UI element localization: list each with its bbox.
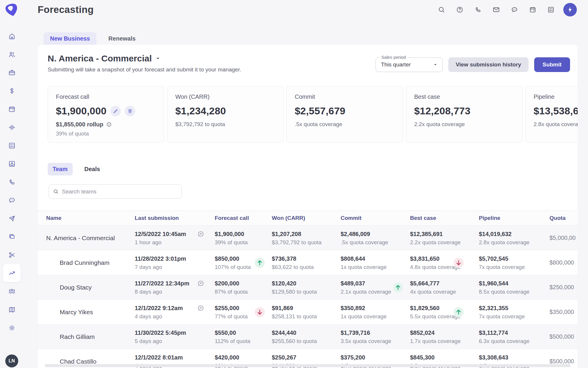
sales-period-value: This quarter: [381, 61, 411, 68]
column-header-last-submission: Last submission: [135, 215, 215, 221]
metric-value: $1,900,000: [56, 105, 106, 117]
team-selector[interactable]: N. America - Commercial: [48, 53, 161, 63]
sidebar-item-forecasting[interactable]: [3, 264, 21, 282]
tab-renewals[interactable]: Renewals: [102, 32, 142, 45]
email-button[interactable]: [490, 4, 502, 16]
sidebar-item-sequences[interactable]: [3, 209, 21, 228]
cell-pipeline: $1,960,5448.5x quota coverage: [479, 275, 549, 300]
sidebar-item-home[interactable]: [3, 27, 21, 45]
chat-button[interactable]: [509, 4, 520, 16]
submit-button[interactable]: Submit: [534, 57, 570, 72]
sidebar-item-messages[interactable]: [3, 191, 21, 209]
metric-card-forecast-call: Forecast call$1,900,000$1,855,000 rollup…: [48, 86, 164, 143]
phone-icon: [474, 6, 482, 14]
group-icon: [8, 287, 16, 295]
sidebar-item-opportunities[interactable]: [3, 63, 21, 82]
tab-new-business[interactable]: New Business: [44, 32, 96, 45]
user-avatar[interactable]: LN: [5, 354, 18, 367]
metric-card-won-carr: Won (CARR)$1,234,280$3,792,792 to quota: [167, 86, 284, 143]
cell-last-submission: 11/27/2022 12:34pm8 days ago: [135, 275, 215, 300]
sidebar-item-snippets[interactable]: [3, 246, 21, 264]
chat-icon: [8, 196, 16, 204]
mail-icon: [492, 6, 500, 14]
team-selector-label: N. America - Commercial: [48, 53, 152, 63]
cell-won: $736,378$63,622 to quota: [272, 250, 341, 275]
table-row-doug-stacy[interactable]: Doug Stacy11/27/2022 12:34pm8 days ago$2…: [38, 275, 578, 300]
edit-forecast-button[interactable]: [110, 106, 121, 116]
column-header-quota: Quota: [549, 215, 578, 221]
metric-label: Pipeline: [534, 93, 578, 100]
briefcase-icon: [8, 69, 16, 77]
upload-icon: [8, 160, 16, 168]
calendar-button[interactable]: [527, 4, 539, 16]
sidebar-item-templates[interactable]: [3, 228, 21, 246]
cell-quota: $800,000: [549, 250, 578, 275]
search-icon: [53, 188, 59, 195]
horizontal-scrollbar[interactable]: [45, 364, 571, 367]
calendar-icon: [529, 6, 537, 14]
quick-action-button[interactable]: [563, 3, 577, 16]
sidebar-item-outbox[interactable]: [3, 155, 21, 173]
cell-won: $244,440$255,560 to quota: [272, 324, 341, 349]
cell-best: $852,0241.7x quota coverage: [410, 324, 479, 349]
metric-value: $2,557,679: [295, 105, 345, 117]
phone-button[interactable]: [472, 4, 484, 16]
view-tab-team[interactable]: Team: [48, 163, 73, 175]
forecast-panel: N. America - Commercial Submitting will …: [38, 45, 578, 368]
sidebar-item-calls[interactable]: [3, 173, 21, 191]
sidebar-item-meetings[interactable]: [3, 100, 21, 118]
metric-subtext: 2.2x quota coverage: [414, 121, 514, 128]
tasks-button[interactable]: [545, 4, 557, 16]
sidebar-item-tasks[interactable]: [3, 136, 21, 155]
table-row-marcy-yikes[interactable]: Marcy Yikes12/1/2022 9:12am4 days ago$25…: [38, 300, 578, 324]
table-row-n-america-commercial[interactable]: N. America - Commercial12/5/2022 10:45am…: [38, 226, 578, 250]
app-logo-icon[interactable]: [4, 2, 19, 18]
cell-last-submission: 12/5/2022 10:45am1 hour ago: [135, 226, 215, 250]
cell-commit: $2,486,009.5x quota coverage: [341, 226, 410, 250]
sales-period-label: Sales period: [379, 55, 407, 60]
trend-up-icon: [393, 282, 403, 292]
sidebar-nav: [3, 27, 21, 337]
column-header-forecast-call: Forecast call: [215, 215, 272, 221]
search-button[interactable]: [436, 4, 447, 16]
help-button[interactable]: [454, 4, 466, 16]
metric-label: Won (CARR): [175, 93, 276, 100]
note-icon[interactable]: [197, 280, 205, 287]
cell-commit: $1,739,7163.5x quota coverage: [341, 324, 410, 349]
view-submission-history-button[interactable]: View submission history: [448, 57, 528, 72]
tasks-icon: [8, 142, 16, 150]
trend-up-icon: [454, 307, 464, 317]
sidebar-item-contacts[interactable]: [3, 45, 21, 63]
calendar-icon: [8, 105, 16, 113]
cell-name: N. America - Commercial: [46, 226, 135, 250]
tasks-icon: [547, 6, 555, 14]
cell-forecast: $200,00087% of quota: [215, 275, 272, 300]
page-title: Forecasting: [38, 4, 94, 15]
search-input[interactable]: [62, 188, 177, 195]
sales-period-select[interactable]: Sales period This quarter: [376, 57, 443, 72]
sidebar-item-settings[interactable]: [3, 319, 21, 337]
scissors-icon: [8, 251, 16, 259]
cell-forecast: $550,00112% of quota: [215, 324, 272, 349]
note-icon[interactable]: [197, 304, 205, 312]
cell-name: Brad Cunningham: [46, 250, 135, 275]
trash-icon: [127, 108, 133, 114]
waveform-icon: [8, 123, 16, 131]
info-icon[interactable]: [106, 121, 112, 128]
delete-forecast-button[interactable]: [125, 106, 135, 116]
table-row-rach-gilliam[interactable]: Rach Gilliam11/30/2022 5:45pm5 days ago$…: [38, 324, 578, 349]
lightning-icon: [567, 6, 574, 13]
cell-quota: $350,000: [549, 300, 578, 324]
view-tabs: TeamDeals: [48, 163, 105, 175]
sidebar-item-voice[interactable]: [3, 118, 21, 136]
cell-name: Doug Stacy: [46, 275, 135, 300]
cell-best: $5,664,7774x quota coverage: [410, 275, 479, 300]
table-row-brad-cunningham[interactable]: Brad Cunningham11/28/2022 3:01pm7 days a…: [38, 250, 578, 275]
sidebar-item-playbooks[interactable]: [3, 300, 21, 319]
sidebar-item-team[interactable]: [3, 282, 21, 300]
cell-last-submission: 11/30/2022 5:45pm5 days ago: [135, 324, 215, 349]
note-icon[interactable]: [197, 230, 205, 238]
topbar-actions: [436, 3, 577, 16]
view-tab-deals[interactable]: Deals: [79, 163, 105, 175]
sidebar-item-revenue[interactable]: [3, 82, 21, 100]
